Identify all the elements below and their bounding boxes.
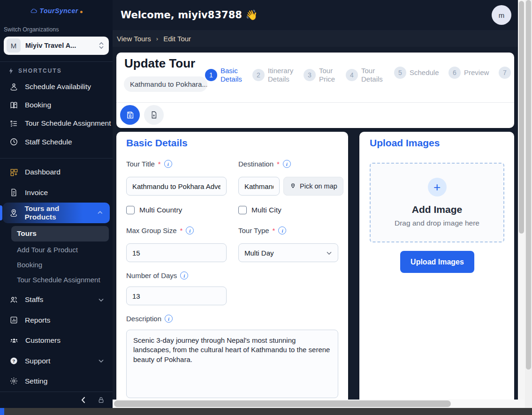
outer-vertical-scrollbar[interactable] <box>525 0 532 408</box>
horizontal-scrollbar[interactable] <box>113 400 525 408</box>
info-icon[interactable]: i <box>180 272 188 279</box>
number-of-days-label: Number of Daysi <box>126 272 188 279</box>
breadcrumb-view-tours[interactable]: View Tours <box>117 35 151 43</box>
step-number: 5 <box>394 67 406 79</box>
multi-country-checkbox-row[interactable]: Multi Country <box>126 206 182 214</box>
tour-title-label: Tour Title*i <box>126 160 172 168</box>
collapse-sidebar-icon[interactable] <box>81 396 86 404</box>
sidebar-item-staffs[interactable]: Staffs <box>0 290 113 310</box>
sidebar-item-tour-schedule-assignment-shortcut[interactable]: Tour Schedule Assignment <box>0 114 113 133</box>
scrollbar-thumb[interactable] <box>519 1 524 234</box>
sidebar-subitem-add-tour-product[interactable]: Add Tour & Product <box>0 242 113 257</box>
sidebar: TourSyncer Switch Organizations M Miyiv … <box>0 0 113 408</box>
info-icon[interactable]: i <box>283 160 291 168</box>
sidebar-subitem-label: Add Tour & Product <box>17 246 78 254</box>
sidebar-subitem-tour-schedule-assignment[interactable]: Tour Schedule Assignment <box>0 272 113 287</box>
pick-on-map-button[interactable]: Pick on map <box>283 177 343 196</box>
step-schedule[interactable]: 5 Schedule <box>394 67 439 79</box>
sidebar-item-tours-and-products[interactable]: Tours and Products <box>3 203 110 223</box>
sidebar-item-label: Schedule Availability <box>25 83 91 91</box>
sidebar-item-label: Staff Schedule <box>25 138 72 146</box>
destination-input[interactable] <box>238 177 280 196</box>
info-icon[interactable]: i <box>164 160 172 168</box>
tour-title-input[interactable] <box>126 177 227 196</box>
description-textarea[interactable]: Scenic 3-day journey through Nepal's mos… <box>126 330 338 398</box>
multi-city-checkbox-row[interactable]: Multi City <box>238 206 281 214</box>
sidebar-item-label: Reports <box>25 316 50 324</box>
upload-images-heading: Upload Images <box>370 137 440 149</box>
sidebar-item-label: Booking <box>25 101 51 109</box>
wave-emoji: 👋 <box>245 9 258 21</box>
step-preview[interactable]: 6 Preview <box>448 67 489 79</box>
app-logo[interactable]: TourSyncer <box>0 0 113 18</box>
top-header: Welcome, miyiv83788 👋 <box>113 0 518 30</box>
inner-vertical-scrollbar[interactable] <box>518 0 525 400</box>
sidebar-item-staff-schedule[interactable]: Staff Schedule <box>0 133 113 151</box>
save-button[interactable] <box>120 105 140 125</box>
scrollbar-thumb[interactable] <box>526 0 531 370</box>
organization-selector[interactable]: M Miyiv Travel A... <box>4 37 109 55</box>
sidebar-item-setting[interactable]: Setting <box>0 371 113 391</box>
step-itinerary-details[interactable]: 2 Itinerary Details <box>252 67 298 84</box>
update-tour-card: Update Tour Kathmandu to Pokhara... 1 Ba… <box>116 53 514 128</box>
tour-type-label: Tour Type*i <box>238 226 286 234</box>
loading-indicator <box>0 408 4 415</box>
number-of-days-input[interactable] <box>126 287 227 305</box>
lightning-icon <box>8 68 15 75</box>
plus-icon: + <box>428 178 447 196</box>
sidebar-item-schedule-availability[interactable]: Schedule Availability <box>0 77 113 96</box>
breadcrumb: View Tours › Edit Tour <box>113 30 518 47</box>
location-pin-icon <box>289 182 296 190</box>
chevron-up-icon <box>97 211 103 215</box>
sidebar-item-support[interactable]: ? Support <box>0 351 113 371</box>
required-asterisk: * <box>158 160 161 168</box>
step-tour-price[interactable]: 3 Tour Price <box>304 67 339 84</box>
sidebar-item-label: Customers <box>25 336 61 345</box>
image-dropzone[interactable]: + Add Image Drag and drop image here <box>370 163 504 242</box>
breadcrumb-edit-tour[interactable]: Edit Tour <box>163 35 191 43</box>
step-7[interactable]: 7 <box>499 67 511 79</box>
customers-icon <box>9 336 19 345</box>
multi-country-checkbox[interactable] <box>126 206 135 214</box>
sidebar-divider <box>0 158 113 158</box>
info-icon[interactable]: i <box>278 226 286 234</box>
step-number: 1 <box>205 69 217 81</box>
sidebar-subitem-booking[interactable]: Booking <box>0 257 113 272</box>
organization-name: Miyiv Travel A... <box>25 42 94 49</box>
active-indicator <box>0 205 2 220</box>
main-content: Welcome, miyiv83788 👋 m View Tours › Edi… <box>113 0 518 400</box>
support-icon: ? <box>9 356 18 365</box>
export-file-button[interactable] <box>144 105 164 125</box>
lock-icon[interactable] <box>97 396 105 404</box>
breadcrumb-separator-icon: › <box>156 35 158 42</box>
tour-type-select[interactable]: Multi Day <box>238 243 338 262</box>
info-icon[interactable]: i <box>186 226 194 234</box>
step-basic-details[interactable]: 1 Basic Details <box>205 67 249 84</box>
sidebar-subitem-label: Booking <box>17 261 42 269</box>
chevron-down-icon <box>98 298 104 302</box>
upload-images-button[interactable]: Upload Images <box>400 251 474 273</box>
shortcuts-header: SHORTCUTS <box>0 62 113 77</box>
max-group-size-label: Max Group Size*i <box>126 226 194 234</box>
info-icon[interactable]: i <box>165 315 173 323</box>
multi-city-checkbox[interactable] <box>238 206 247 214</box>
sidebar-item-customers[interactable]: Customers <box>0 330 113 350</box>
scrollbar-thumb[interactable] <box>114 400 451 407</box>
sidebar-item-booking-shortcut[interactable]: Booking <box>0 96 113 114</box>
step-tour-details[interactable]: 4 Tour Details <box>346 67 385 84</box>
card-divider <box>116 102 514 103</box>
description-label: Descriptioni <box>126 315 173 323</box>
sidebar-item-dashboard[interactable]: Dashboard <box>0 162 113 182</box>
sidebar-subitem-tours[interactable]: Tours <box>11 226 109 242</box>
switch-organizations-label: Switch Organizations <box>0 18 113 36</box>
drag-drop-hint: Drag and drop image here <box>395 219 479 227</box>
chevron-down-icon <box>98 359 104 363</box>
step-number: 7 <box>499 67 511 79</box>
avatar[interactable]: m <box>492 5 511 25</box>
add-image-label: Add Image <box>412 204 462 215</box>
file-download-icon <box>150 111 158 119</box>
max-group-size-input[interactable] <box>126 243 227 262</box>
sidebar-item-reports[interactable]: Reports <box>0 310 113 330</box>
sidebar-item-invoice[interactable]: Invoice <box>0 182 113 203</box>
book-icon <box>9 101 18 110</box>
